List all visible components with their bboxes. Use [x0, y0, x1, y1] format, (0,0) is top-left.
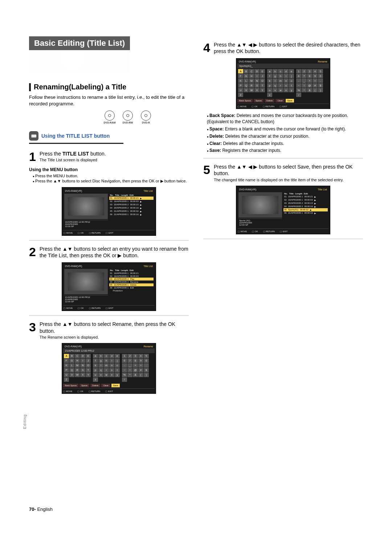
keyboard-key: x — [283, 88, 289, 92]
keyboard-key: 2 — [127, 354, 132, 358]
keyboard-key: 9 — [138, 359, 143, 363]
keyboard-key: Y — [260, 88, 265, 92]
keyboard-key: L — [244, 78, 249, 83]
keyboard-key: g — [98, 359, 103, 363]
keyboard-key: n — [283, 78, 289, 83]
keyboard-key: k — [93, 363, 98, 368]
keyboard-key: c — [278, 69, 283, 73]
keyboard-key: y — [115, 373, 120, 377]
step-number: 3 — [29, 321, 36, 339]
keyboard-key: / — [122, 378, 127, 382]
keyboard-key: - — [296, 78, 301, 83]
keyboard-key: K — [238, 78, 243, 83]
keyboard-key: % — [296, 88, 301, 92]
osd-screenshot-title-list: DVD-RAM(VR)Title List 19/APR/2005 12:00 … — [62, 187, 156, 236]
keyboard-key: X — [80, 373, 85, 377]
keyboard-key: E — [86, 354, 91, 358]
keyboard-key: m — [104, 363, 109, 368]
keyboard-key: 0 — [144, 359, 149, 363]
keyboard-key: M — [249, 78, 254, 83]
sub-heading: ⌨ Using the TITLE LIST button — [29, 131, 189, 141]
section-heading: Renaming(Labeling) a Title — [29, 83, 189, 91]
keyboard-key: ! — [127, 368, 132, 372]
osd-thumbnail-icon — [64, 194, 108, 219]
keyboard-key: _ — [302, 78, 307, 83]
page-title: Basic Editing (Title List) — [34, 39, 125, 48]
keyboard-key: i — [109, 359, 114, 363]
step-5: 5 Press the ▲▼ ◀ ▶ buttons to select Sav… — [203, 163, 363, 182]
osd-thumbnail-icon — [64, 269, 108, 294]
keyboard-key: v — [98, 373, 103, 377]
keyboard-key: ) — [318, 88, 323, 92]
keyboard-key: = — [313, 78, 318, 83]
keyboard-key: v — [273, 88, 278, 92]
step-1: 1 Press the TITLE LIST button. The Title… — [29, 150, 189, 163]
keyboard-key: ! — [302, 83, 307, 88]
right-column: 4 Press the ▲▼ ◀ ▶ buttons to select the… — [203, 36, 363, 397]
remote-title-list-icon: ⌨ — [29, 131, 38, 141]
keyboard-key: 6 — [296, 74, 301, 78]
keyboard-key: _ — [127, 363, 132, 368]
keyboard-key: S — [254, 83, 260, 88]
keyboard-key: 5 — [144, 354, 149, 358]
keyboard-key: g — [273, 74, 278, 78]
keyboard-key: P — [64, 368, 69, 372]
keyboard-key: V — [69, 373, 74, 377]
keyboard-key: p — [267, 83, 272, 88]
keyboard-key: m — [278, 78, 283, 83]
keyboard-key: z — [267, 93, 272, 97]
left-column: Basic Editing (Title List) Renaming(Labe… — [29, 36, 189, 397]
keyboard-key: 8 — [133, 359, 138, 363]
keyboard-key: t — [289, 83, 294, 88]
keyboard-key: i — [283, 74, 289, 78]
keyboard-key: . — [318, 78, 323, 83]
osd-thumbnail-icon — [238, 192, 282, 218]
keyboard-key: @ — [133, 368, 138, 372]
keyboard-key: j — [115, 359, 120, 363]
keyboard-key: D — [254, 69, 260, 73]
disc-icon — [105, 110, 115, 121]
keyboard-key: j — [289, 74, 294, 78]
keyboard-key: p — [93, 368, 98, 372]
keyboard-key: - — [122, 363, 127, 368]
keyboard-key: ^ — [127, 373, 132, 377]
keyboard-key: ^ — [302, 88, 307, 92]
osd-screenshot-rename-keyboard-filled: DVD-RAM(VR)Rename Sports(A1)_ ABCDEFGHIJ… — [236, 58, 330, 109]
keyboard-key: 9 — [313, 74, 318, 78]
keyboard-key: 6 — [122, 359, 127, 363]
keyboard-key: $ — [318, 83, 323, 88]
keyboard-key: F — [64, 359, 69, 363]
keyboard-key: W — [75, 373, 80, 377]
keyboard-key: 3 — [133, 354, 138, 358]
keyboard-key: o — [115, 363, 120, 368]
keyboard-key: ~ — [296, 83, 301, 88]
keyboard-key: f — [93, 359, 98, 363]
keyboard-key: C — [249, 69, 254, 73]
keyboard-key: E — [260, 69, 265, 73]
keyboard-key: # — [138, 368, 143, 372]
keyboard-key: I — [254, 74, 260, 78]
keyboard-key: # — [313, 83, 318, 88]
keyboard-key: 7 — [302, 74, 307, 78]
keyboard-key: . — [144, 363, 149, 368]
keyboard-key: = — [138, 363, 143, 368]
keyboard-key: / — [296, 93, 301, 97]
keyboard-key: R — [75, 368, 80, 372]
keyboard-key: ( — [138, 373, 143, 377]
keyboard-key: & — [307, 88, 312, 92]
keyboard-key: P — [238, 83, 243, 88]
keyboard-key: 1 — [296, 69, 301, 73]
keyboard-key: Z — [238, 93, 243, 97]
keyboard-key: r — [104, 368, 109, 372]
keyboard-key: B — [244, 69, 249, 73]
keyboard-key: N — [80, 363, 85, 368]
osd-screenshot-context-menu: DVD-RAM(VR)Title List 21/APR/2005 12:00 … — [62, 262, 156, 311]
keyboard-key: b — [98, 354, 103, 358]
step-number: 5 — [203, 163, 210, 182]
keyboard-key: T — [260, 83, 265, 88]
keyboard-key: H — [249, 74, 254, 78]
keyboard-key: J — [260, 74, 265, 78]
keyboard-key: z — [93, 378, 98, 382]
keyboard-key: w — [278, 88, 283, 92]
keyboard-key: l — [98, 363, 103, 368]
